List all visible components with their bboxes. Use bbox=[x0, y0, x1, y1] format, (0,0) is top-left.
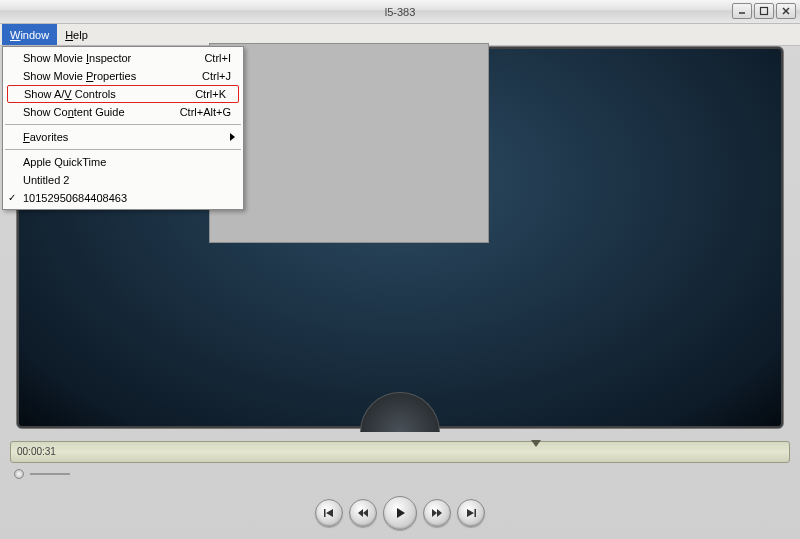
volume-track bbox=[30, 473, 70, 475]
check-icon: ✓ bbox=[8, 192, 16, 203]
play-button[interactable] bbox=[383, 496, 417, 530]
window-buttons bbox=[732, 3, 796, 19]
svg-marker-11 bbox=[467, 509, 474, 517]
maximize-button[interactable] bbox=[754, 3, 774, 19]
shortcut-label: Ctrl+J bbox=[202, 70, 235, 82]
progress-area: 00:00:31 bbox=[4, 435, 796, 491]
svg-marker-10 bbox=[437, 509, 442, 517]
volume-handle-icon[interactable] bbox=[14, 469, 24, 479]
shortcut-label: Ctrl+K bbox=[195, 88, 230, 100]
svg-marker-9 bbox=[432, 509, 437, 517]
svg-rect-12 bbox=[475, 509, 477, 517]
svg-rect-1 bbox=[761, 8, 768, 15]
forward-button[interactable] bbox=[423, 499, 451, 527]
submenu-arrow-icon bbox=[230, 133, 235, 141]
window-menu-dropdown: Show Movie Inspector Ctrl+I Show Movie P… bbox=[2, 46, 244, 210]
volume-slider[interactable] bbox=[14, 469, 70, 479]
menu-window-numeric[interactable]: ✓ 10152950684408463 bbox=[3, 189, 243, 207]
menu-separator bbox=[5, 149, 241, 150]
menu-window-apple-quicktime[interactable]: Apple QuickTime bbox=[3, 153, 243, 171]
svg-marker-7 bbox=[363, 509, 368, 517]
menu-show-content-guide[interactable]: Show Content Guide Ctrl+Alt+G bbox=[3, 103, 243, 121]
menu-separator bbox=[5, 124, 241, 125]
close-button[interactable] bbox=[776, 3, 796, 19]
rewind-button[interactable] bbox=[349, 499, 377, 527]
titlebar: l5-383 bbox=[0, 0, 800, 24]
menu-window[interactable]: Window bbox=[2, 24, 57, 45]
window-title: l5-383 bbox=[385, 6, 416, 18]
seek-bar[interactable]: 00:00:31 bbox=[10, 441, 790, 463]
transport-controls bbox=[0, 493, 800, 533]
time-elapsed: 00:00:31 bbox=[17, 446, 56, 457]
menu-window-untitled-2[interactable]: Untitled 2 bbox=[3, 171, 243, 189]
menu-show-movie-inspector[interactable]: Show Movie Inspector Ctrl+I bbox=[3, 49, 243, 67]
skip-forward-button[interactable] bbox=[457, 499, 485, 527]
menu-help[interactable]: Help bbox=[57, 24, 96, 45]
overlay-panel bbox=[209, 43, 489, 243]
svg-marker-5 bbox=[326, 509, 333, 517]
dock-knob-icon bbox=[360, 392, 440, 432]
svg-marker-6 bbox=[358, 509, 363, 517]
minimize-button[interactable] bbox=[732, 3, 752, 19]
shortcut-label: Ctrl+Alt+G bbox=[180, 106, 235, 118]
menu-show-movie-properties[interactable]: Show Movie Properties Ctrl+J bbox=[3, 67, 243, 85]
menu-show-av-controls[interactable]: Show A/V Controls Ctrl+K bbox=[7, 85, 239, 103]
seek-handle-icon[interactable] bbox=[531, 440, 541, 447]
svg-marker-8 bbox=[397, 508, 405, 518]
shortcut-label: Ctrl+I bbox=[204, 52, 235, 64]
skip-back-button[interactable] bbox=[315, 499, 343, 527]
menu-favorites[interactable]: Favorites bbox=[3, 128, 243, 146]
svg-rect-4 bbox=[324, 509, 326, 517]
